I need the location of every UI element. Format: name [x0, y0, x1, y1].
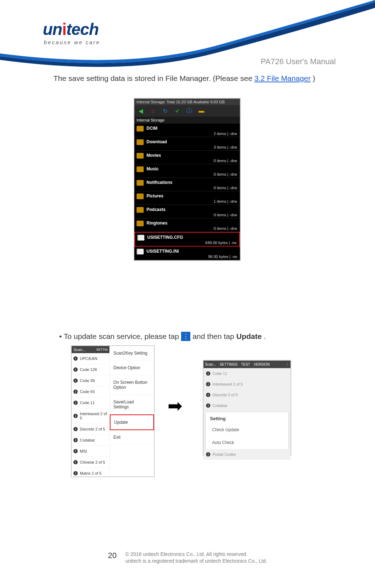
item-name: DCIM — [147, 126, 237, 131]
info-icon: i — [73, 367, 78, 372]
item-label: Interleaved 2 of 5 — [80, 412, 108, 420]
list-item: iCodabar — [204, 400, 291, 411]
folder-item[interactable]: Movies0 items | -drw — [134, 151, 240, 164]
folder-item[interactable]: Download3 items | -drw — [134, 137, 240, 151]
item-name: USISETTING.INI — [147, 249, 237, 254]
info-icon: i — [206, 382, 210, 386]
folder-icon — [137, 194, 144, 199]
document-icon — [137, 235, 144, 241]
menu-item[interactable]: Scan2Key Setting — [110, 346, 154, 361]
folder-item[interactable]: Ringtones0 items | -drw — [134, 218, 240, 232]
fm-storage-line: Internal Storage: Total 10.20 GB Availab… — [134, 99, 240, 105]
folder-icon — [137, 126, 144, 131]
file-item[interactable]: USISETTING.INI96.00 bytes | -rw — [134, 247, 240, 260]
folder-item[interactable]: Podcasts0 items | -drw — [134, 205, 240, 218]
back-icon[interactable]: ◀ — [137, 107, 145, 115]
folder-icon — [137, 207, 144, 213]
item-meta: 849.00 bytes | -rw — [147, 241, 236, 245]
update-instruction: • To update scan service, please tap ⋮ a… — [59, 332, 346, 341]
folder-item[interactable]: Music0 items | -drw — [134, 164, 240, 178]
dialog-option[interactable]: Check Update — [206, 423, 288, 436]
list-item: i Postal Codes — [204, 449, 291, 460]
info-icon: i — [206, 452, 210, 457]
menu-item[interactable]: On Screen Button Option — [110, 375, 154, 395]
document-icon — [137, 249, 144, 254]
file-item[interactable]: USISETTING.CFG849.00 bytes | -rw — [134, 232, 240, 247]
list-item: iDiscrete 2 of 5 — [204, 390, 291, 400]
symbology-item[interactable]: iCode 39 — [72, 375, 109, 386]
overflow-menu-icon[interactable]: ⋮ — [286, 362, 289, 366]
folder-icon — [137, 180, 144, 186]
info-icon: i — [73, 356, 78, 361]
scan-settings-menu-screenshot: Scan... SETTIN iUPC/EANiCode 128iCode 39… — [71, 345, 155, 477]
item-meta: 0 items | -drw — [147, 172, 237, 176]
dialog-title: Setting — [206, 412, 288, 423]
refresh-icon[interactable]: ↻ — [161, 107, 169, 115]
symbology-item[interactable]: iMatrix 2 of 5 — [72, 468, 109, 476]
folder-item[interactable]: Pictures1 items | -drw — [134, 191, 240, 205]
scan1-tab: SETTIN — [96, 348, 108, 351]
page-footer: 20 © 2018 unitech Electronics Co., Ltd. … — [0, 551, 375, 565]
folder-icon — [137, 166, 144, 172]
item-label: Code 128 — [80, 367, 97, 372]
folder-item[interactable]: DCIM2 items | -drw — [134, 124, 240, 137]
symbology-item[interactable]: iChinese 2 of 5 — [72, 457, 109, 468]
symbology-item[interactable]: iCode 93 — [72, 386, 109, 397]
menu-item[interactable]: Save/Load Settings — [110, 395, 154, 414]
symbology-item[interactable]: iUPC/EAN — [72, 353, 109, 364]
symbology-item[interactable]: iMSI — [72, 446, 109, 457]
folder-icon[interactable]: ▬ — [197, 107, 206, 115]
item-name: Podcasts — [147, 207, 237, 212]
menu-item[interactable]: Update — [110, 414, 154, 430]
brand-logo: unitech — [43, 20, 99, 39]
intro-paragraph: The save setting data is stored in File … — [53, 74, 346, 83]
item-name: Movies — [147, 153, 237, 158]
item-name: Notifications — [147, 180, 237, 185]
symbology-item[interactable]: iDiscrete 2 of 5 — [72, 424, 109, 435]
folder-item[interactable]: Notifications0 items | -drw — [134, 178, 240, 191]
item-meta: 0 items | -drw — [147, 186, 237, 190]
setting-dialog: Setting Check UpdateAuto Check — [206, 412, 288, 449]
menu-item[interactable]: Device Option — [110, 361, 154, 375]
info-icon: i — [206, 393, 210, 397]
item-label: Codabar — [80, 438, 95, 442]
folder-icon — [137, 221, 144, 226]
item-name: Ringtones — [147, 221, 237, 226]
fm-list: DCIM2 items | -drwDownload3 items | -drw… — [134, 124, 240, 260]
brand-tagline: because we care — [44, 39, 100, 45]
menu-item[interactable]: Exit — [110, 430, 154, 445]
item-label: Matrix 2 of 5 — [80, 471, 102, 475]
info-icon: i — [73, 378, 78, 383]
item-label: Code 93 — [80, 390, 95, 394]
item-label: Code 11 — [80, 401, 95, 405]
item-name: Download — [147, 139, 237, 144]
info-icon: i — [73, 414, 78, 418]
scan1-overflow-menu: Scan2Key SettingDevice OptionOn Screen B… — [109, 346, 154, 476]
item-meta: 2 items | -drw — [147, 131, 237, 136]
symbology-item[interactable]: iInterleaved 2 of 5 — [72, 408, 109, 424]
document-title: PA726 User's Manual — [261, 57, 336, 66]
folder-icon — [137, 139, 144, 145]
symbology-item[interactable]: iCode 128 — [72, 364, 109, 375]
symbology-item[interactable]: iCodabar — [72, 435, 109, 446]
item-meta: 1 items | -drw — [147, 199, 237, 203]
scan1-left: Scan... SETTIN iUPC/EANiCode 128iCode 39… — [72, 346, 109, 476]
item-label: UPC/EAN — [80, 356, 97, 361]
info-icon[interactable]: ⓘ — [185, 107, 194, 115]
item-name: Music — [147, 166, 237, 171]
symbology-item[interactable]: iCode 11 — [72, 397, 109, 408]
info-icon: i — [73, 390, 78, 394]
info-icon: i — [206, 371, 210, 376]
info-icon: i — [73, 471, 78, 475]
item-label: Code 39 — [80, 378, 95, 383]
item-meta: 0 items | -drw — [147, 213, 237, 217]
scan2-header: Scan... SETTINGS TEST VERSION ⋮ — [204, 361, 291, 368]
fm-location: Internal Storage — [134, 117, 240, 124]
check-icon[interactable]: ✔ — [173, 107, 181, 115]
file-manager-link[interactable]: 3.2 File Manager — [255, 74, 311, 82]
overflow-menu-icon[interactable]: ⋮ — [181, 332, 190, 341]
item-label: Chinese 2 of 5 — [80, 460, 105, 464]
item-meta: 96.00 bytes | -rw — [147, 254, 237, 259]
home-icon[interactable]: ⌂ — [149, 107, 157, 115]
dialog-option[interactable]: Auto Check — [206, 436, 288, 449]
